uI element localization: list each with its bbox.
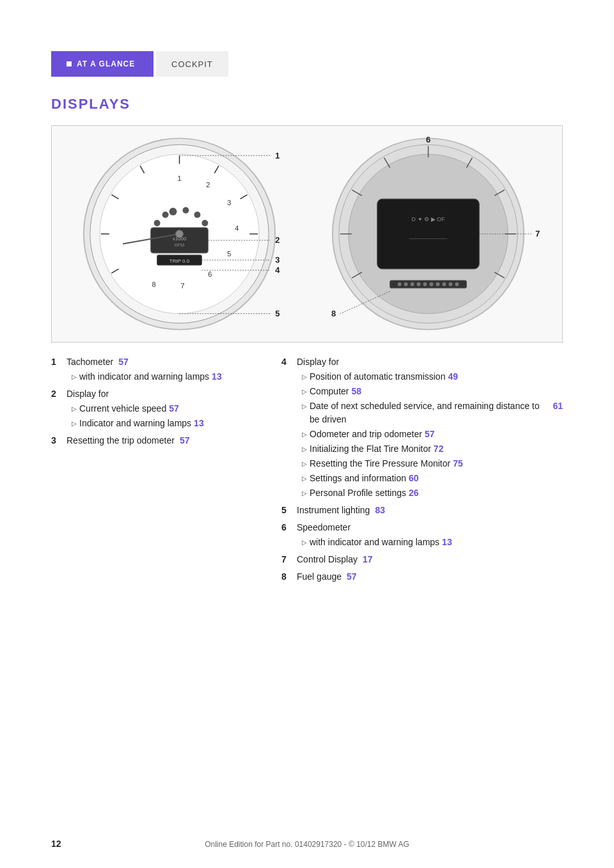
svg-text:6: 6 (208, 270, 212, 278)
svg-point-62 (423, 283, 427, 286)
item-number: 8 (281, 570, 297, 584)
sub-item-text: Current vehicle speed (79, 402, 166, 415)
item-main-text: Fuel gauge57 (297, 570, 563, 584)
item-number: 2 (51, 387, 67, 430)
list-item: 4Display for▷Position of automatic trans… (281, 355, 563, 500)
page-ref[interactable]: 83 (375, 504, 385, 517)
item-content: Resetting the trip odometer57 (67, 434, 269, 447)
list-item: 7Control Display17 (281, 553, 563, 566)
sub-item-text: with indicator and warning lamps (310, 536, 439, 549)
svg-text:3: 3 (227, 199, 231, 206)
arrow-icon: ▷ (302, 488, 307, 498)
sub-page-ref[interactable]: 75 (453, 457, 463, 470)
svg-point-63 (430, 283, 434, 286)
svg-text:5: 5 (275, 309, 279, 318)
header-tab-at-a-glance: AT A GLANCE (51, 51, 154, 77)
sub-page-ref[interactable]: 13 (212, 370, 222, 384)
list-item: 1Tachometer57▷with indicator and warning… (51, 355, 269, 384)
svg-point-58 (398, 283, 402, 286)
svg-point-22 (201, 220, 208, 226)
sub-page-ref[interactable]: 58 (351, 385, 361, 398)
svg-text:5: 5 (227, 250, 231, 258)
sub-page-ref[interactable]: 13 (194, 417, 204, 430)
svg-text:4: 4 (235, 224, 239, 232)
sub-item: ▷Settings and information60 (302, 472, 563, 485)
sub-page-ref[interactable]: 61 (553, 399, 563, 413)
sub-page-ref[interactable]: 57 (425, 428, 435, 441)
page-ref[interactable]: 57 (180, 434, 190, 447)
svg-text:1: 1 (177, 174, 181, 182)
svg-text:2: 2 (275, 235, 279, 245)
item-number: 3 (51, 434, 67, 447)
item-label: Display for (67, 387, 109, 401)
sub-item: ▷Date of next scheduled service, and rem… (302, 399, 563, 426)
sub-page-ref[interactable]: 60 (409, 472, 419, 485)
svg-text:2: 2 (206, 181, 210, 189)
arrow-icon: ▷ (302, 459, 307, 469)
sub-item-text: Indicator and warning lamps (79, 417, 191, 430)
item-label: Instrument lighting (297, 504, 370, 517)
svg-point-59 (404, 283, 408, 286)
sub-item: ▷Indicator and warning lamps13 (72, 417, 269, 430)
sub-page-ref[interactable]: 26 (409, 486, 419, 500)
arrow-icon: ▷ (302, 538, 307, 547)
list-item: 5Instrument lighting83 (281, 504, 563, 517)
svg-point-20 (182, 207, 189, 213)
sub-page-ref[interactable]: 13 (442, 536, 452, 549)
sub-item-text: Settings and information (310, 472, 406, 485)
svg-text:7: 7 (180, 282, 184, 290)
sub-item: ▷Resetting the Tire Pressure Monitor75 (302, 457, 563, 470)
sub-item-text: Odometer and trip odometer (310, 428, 422, 441)
sub-item: ▷Odometer and trip odometer57 (302, 428, 563, 441)
svg-text:4: 4 (275, 265, 280, 275)
item-main-text: Display for (67, 387, 269, 401)
svg-text:TRIP 0.0: TRIP 0.0 (169, 258, 190, 264)
item-number: 5 (281, 504, 297, 517)
content-area: 1Tachometer57▷with indicator and warning… (51, 355, 563, 587)
item-content: Instrument lighting83 (297, 504, 563, 517)
page-ref[interactable]: 57 (347, 570, 357, 584)
item-number: 1 (51, 355, 67, 384)
svg-point-61 (417, 283, 421, 286)
svg-point-67 (455, 283, 459, 286)
sub-page-ref[interactable]: 49 (448, 370, 458, 384)
sub-item-text: Resetting the Tire Pressure Monitor (310, 457, 450, 470)
item-content: Tachometer57▷with indicator and warning … (67, 355, 269, 384)
item-label: Tachometer (67, 355, 113, 369)
sub-item: ▷with indicator and warning lamps13 (302, 536, 563, 549)
sub-item-text: Position of automatic transmission (310, 370, 445, 384)
arrow-icon: ▷ (72, 372, 77, 382)
item-main-text: Display for (297, 355, 563, 369)
arrow-icon: ▷ (302, 444, 307, 454)
list-item: 8Fuel gauge57 (281, 570, 563, 584)
item-label: Control Display (297, 553, 358, 566)
item-number: 4 (281, 355, 297, 500)
list-item: 6Speedometer▷with indicator and warning … (281, 521, 563, 549)
sub-item-text: Date of next scheduled service, and rema… (310, 399, 550, 426)
item-content: Display for▷Position of automatic transm… (297, 355, 563, 500)
svg-point-65 (442, 283, 446, 286)
svg-point-64 (436, 283, 439, 286)
sub-item: ▷Initializing the Flat Tire Monitor72 (302, 442, 563, 456)
item-number: 7 (281, 553, 297, 566)
item-main-text: Tachometer57 (67, 355, 269, 369)
svg-text:3: 3 (275, 255, 279, 265)
svg-point-60 (411, 283, 414, 286)
svg-text:1: 1 (275, 151, 279, 160)
page-ref[interactable]: 17 (363, 553, 373, 566)
svg-text:——————: —————— (409, 235, 448, 242)
list-item: 2Display for▷Current vehicle speed57▷Ind… (51, 387, 269, 430)
sub-page-ref[interactable]: 72 (434, 442, 444, 456)
item-main-text: Resetting the trip odometer57 (67, 434, 269, 447)
sub-item: ▷Position of automatic transmission49 (302, 370, 563, 384)
page-ref[interactable]: 57 (118, 355, 129, 369)
item-main-text: Instrument lighting83 (297, 504, 563, 517)
item-content: Control Display17 (297, 553, 563, 566)
arrow-icon: ▷ (302, 387, 307, 396)
svg-point-31 (176, 230, 184, 238)
sub-item-text: Personal Profile settings (310, 486, 406, 500)
arrow-icon: ▷ (72, 419, 77, 428)
arrow-icon: ▷ (302, 474, 307, 483)
list-item: 3Resetting the trip odometer57 (51, 434, 269, 447)
sub-page-ref[interactable]: 57 (169, 402, 179, 415)
